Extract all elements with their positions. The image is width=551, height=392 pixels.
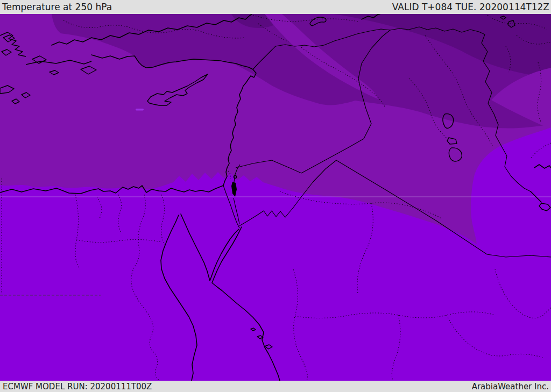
weather-map-product: Temperature at 250 hPa VALID T+084 TUE. … bbox=[0, 0, 551, 392]
temperature-map bbox=[0, 14, 551, 381]
page-title: Temperature at 250 hPa bbox=[2, 2, 112, 12]
valid-time-label: VALID T+084 TUE. 20200114T12Z bbox=[392, 2, 549, 12]
warm-speck-south-of-cyprus bbox=[136, 109, 144, 111]
model-run-label: ECMWF MODEL RUN: 20200111T00Z bbox=[3, 382, 152, 391]
brand-label: ArabiaWeather Inc. bbox=[472, 382, 549, 391]
footer-bar: ECMWF MODEL RUN: 20200111T00Z ArabiaWeat… bbox=[0, 381, 551, 392]
header-bar: Temperature at 250 hPa VALID T+084 TUE. … bbox=[0, 0, 551, 14]
map-canvas bbox=[0, 14, 551, 381]
